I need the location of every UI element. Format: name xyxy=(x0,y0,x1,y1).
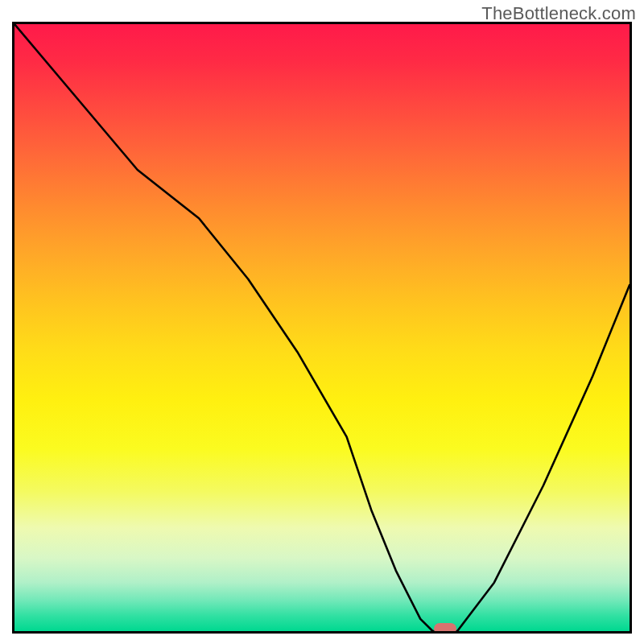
plot-area xyxy=(12,22,632,634)
chart-container: TheBottleneck.com xyxy=(0,0,644,644)
optimal-marker xyxy=(434,623,456,634)
watermark-text: TheBottleneck.com xyxy=(481,3,636,24)
bottleneck-curve xyxy=(14,24,630,631)
curve-svg xyxy=(14,24,630,631)
